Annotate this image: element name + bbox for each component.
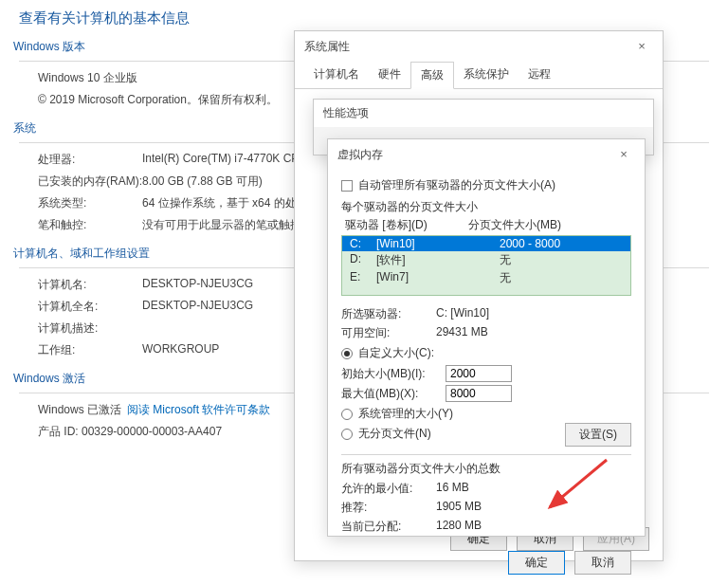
auto-manage-label: 自动管理所有驱动器的分页文件大小(A) [358, 177, 555, 193]
drive-list[interactable]: C: [Win10] 2000 - 8000 D: [软件] 无 E: [Win… [341, 235, 631, 296]
currently-allocated-value: 1280 MB [436, 519, 482, 535]
desc-label: 计算机描述: [38, 320, 142, 337]
radio-custom-size[interactable] [341, 348, 353, 359]
sysprops-title: 系统属性 [304, 39, 350, 55]
cpu-label: 处理器: [38, 152, 142, 168]
drive-row[interactable]: E: [Win7] 无 [342, 269, 630, 287]
max-size-input[interactable] [446, 385, 512, 402]
tab-advanced[interactable]: 高级 [410, 62, 454, 89]
pen-value: 没有可用于此显示器的笔或触控输 [142, 217, 313, 233]
activation-status: Windows 已激活 [38, 402, 121, 418]
tab-remote[interactable]: 远程 [519, 62, 560, 88]
min-allowed-label: 允许的最小值: [341, 481, 436, 497]
initial-size-input[interactable] [446, 365, 512, 382]
computername-label: 计算机名: [38, 277, 142, 293]
windows-edition: Windows 10 企业版 [38, 70, 137, 86]
radio-no-paging[interactable] [341, 429, 353, 440]
drive-row[interactable]: D: [软件] 无 [342, 251, 630, 269]
recommended-label: 推荐: [341, 500, 436, 516]
set-button[interactable]: 设置(S) [565, 423, 631, 447]
dialog-virtual-memory: 虚拟内存 × 自动管理所有驱动器的分页文件大小(A) 每个驱动器的分页文件大小 … [327, 138, 646, 537]
fullname-value: DESKTOP-NJEU3CG [142, 299, 253, 315]
each-drive-label: 每个驱动器的分页文件大小 [341, 199, 631, 215]
ram-value: 8.00 GB (7.88 GB 可用) [142, 174, 263, 190]
activation-link[interactable]: 阅读 Microsoft 软件许可条款 [127, 402, 270, 418]
drive-row[interactable]: C: [Win10] 2000 - 8000 [342, 236, 630, 251]
col-size: 分页文件大小(MB) [468, 217, 561, 233]
radio-custom-label: 自定义大小(C): [358, 345, 434, 361]
systype-label: 系统类型: [38, 195, 142, 211]
workgroup-label: 工作组: [38, 342, 142, 358]
max-size-label: 最大值(MB)(X): [341, 386, 446, 402]
copyright: © 2019 Microsoft Corporation。保留所有权利。 [38, 92, 278, 108]
ram-label: 已安装的内存(RAM): [38, 174, 142, 190]
close-icon[interactable]: × [628, 37, 655, 56]
product-id: 产品 ID: 00329-00000-00003-AA407 [38, 424, 222, 440]
close-icon[interactable]: × [610, 145, 637, 164]
radio-system-managed[interactable] [341, 409, 353, 420]
selected-drive-value: C: [Win10] [436, 306, 489, 322]
radio-no-paging-label: 无分页文件(N) [358, 426, 431, 442]
page-title: 查看有关计算机的基本信息 [19, 9, 709, 27]
auto-manage-checkbox[interactable] [341, 180, 353, 192]
pen-label: 笔和触控: [38, 217, 142, 233]
initial-size-label: 初始大小(MB)(I): [341, 366, 446, 382]
vmem-ok-button[interactable]: 确定 [508, 551, 565, 575]
radio-system-label: 系统管理的大小(Y) [358, 406, 453, 422]
vmem-title: 虚拟内存 [337, 147, 383, 163]
systype-value: 64 位操作系统，基于 x64 的处理 [142, 195, 308, 211]
recommended-value: 1905 MB [436, 500, 482, 516]
sysprops-tabs: 计算机名 硬件 高级 系统保护 远程 [295, 62, 663, 89]
perfopt-title: 性能选项 [323, 105, 369, 121]
selected-drive-label: 所选驱动器: [341, 306, 436, 322]
cpu-value: Intel(R) Core(TM) i7-4770K CPU [142, 152, 307, 168]
min-allowed-value: 16 MB [436, 481, 469, 497]
vmem-cancel-button[interactable]: 取消 [574, 551, 631, 575]
workgroup-value: WORKGROUP [142, 342, 219, 358]
avail-space-value: 29431 MB [436, 325, 488, 341]
currently-allocated-label: 当前已分配: [341, 519, 436, 535]
computername-value: DESKTOP-NJEU3CG [142, 277, 253, 293]
fullname-label: 计算机全名: [38, 299, 142, 315]
col-drive: 驱动器 [卷标](D) [345, 217, 468, 233]
tab-computer-name[interactable]: 计算机名 [304, 62, 369, 88]
tab-system-protection[interactable]: 系统保护 [454, 62, 519, 88]
total-title: 所有驱动器分页文件大小的总数 [341, 461, 631, 477]
tab-hardware[interactable]: 硬件 [369, 62, 410, 88]
avail-space-label: 可用空间: [341, 325, 436, 341]
